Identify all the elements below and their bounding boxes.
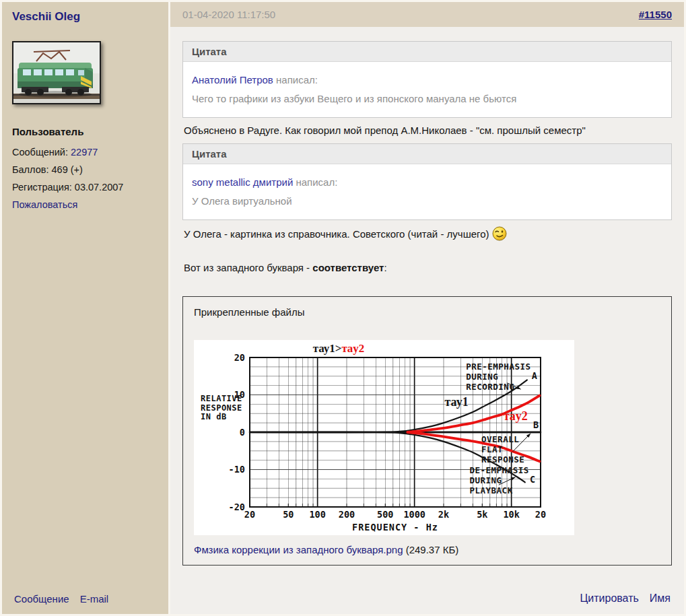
attachment-image[interactable]: PRE-EMPHASISDURINGRECORDINGAтау1тay2BOVE… xyxy=(194,340,574,535)
train-avatar-icon xyxy=(13,42,100,103)
svg-text:тay2: тay2 xyxy=(504,409,528,423)
svg-text:2k: 2k xyxy=(438,509,449,520)
post-header: 01-04-2020 11:17:50 #11550 xyxy=(170,2,684,27)
reply-paragraph-1: Объяснено в Радуге. Как говорил мой преп… xyxy=(184,124,671,137)
quote-header: Цитата xyxy=(183,42,671,62)
svg-text:-10: -10 xyxy=(229,464,245,475)
user-registration: Регистрация: 03.07.2007 xyxy=(12,178,158,196)
attachment-file-row: Фмзика коррекции из западного букваря.pn… xyxy=(194,544,660,555)
post-main: 01-04-2020 11:17:50 #11550 Цитата Анатол… xyxy=(170,2,684,614)
quote-text: Чего то графики из азбуки Вещего и из яп… xyxy=(192,90,662,108)
name-link[interactable]: Имя xyxy=(650,592,671,604)
messages-count-link[interactable]: 22977 xyxy=(71,147,98,158)
post-content: Цитата Анатолий Петров написал: Чего то … xyxy=(170,27,684,566)
svg-text:200: 200 xyxy=(339,509,355,520)
svg-text:тау1: тау1 xyxy=(445,395,469,409)
svg-text:A: A xyxy=(532,370,538,381)
svg-text:10k: 10k xyxy=(503,509,519,520)
svg-text:500: 500 xyxy=(377,509,393,520)
quote-block-1: Цитата Анатолий Петров написал: Чего то … xyxy=(182,41,672,118)
quote-header: Цитата xyxy=(183,144,671,164)
svg-text:20: 20 xyxy=(234,352,245,363)
quote-block-2: Цитата sony metallic дмитрий написал: У … xyxy=(182,143,672,220)
sidebar-footer: СообщениеE-mail xyxy=(14,593,119,605)
forum-post: Veschii Oleg xyxy=(0,0,686,616)
quote-author-link[interactable]: Анатолий Петров xyxy=(192,74,273,85)
quote-button-link[interactable]: Цитировать xyxy=(580,592,638,604)
post-date: 01-04-2020 11:17:50 xyxy=(182,9,275,20)
post-footer: ЦитироватьИмя xyxy=(569,592,671,605)
quote-body: Анатолий Петров написал: Чего то графики… xyxy=(183,62,671,117)
email-link[interactable]: E-mail xyxy=(80,593,109,605)
svg-text:B: B xyxy=(533,419,539,430)
svg-text:5k: 5k xyxy=(477,509,487,520)
post-number-link[interactable]: #11550 xyxy=(639,9,672,20)
frequency-response-chart: PRE-EMPHASISDURINGRECORDINGAтау1тay2BOVE… xyxy=(194,340,574,535)
attachment-file-link[interactable]: Фмзика коррекции из западного букваря.pn… xyxy=(194,544,403,555)
reply-paragraph-3: Вот из западного букваря - соответствует… xyxy=(184,261,671,275)
svg-text:100: 100 xyxy=(309,509,325,520)
attachments-title: Прикрепленные файлы xyxy=(194,306,660,318)
quote-text: У Олега виртуальной xyxy=(192,192,662,211)
svg-text:0: 0 xyxy=(240,427,245,438)
svg-text:50: 50 xyxy=(283,509,294,520)
svg-text:20: 20 xyxy=(244,509,255,520)
svg-text:-20: -20 xyxy=(229,502,245,512)
user-group-label: Пользователь xyxy=(12,126,158,137)
svg-text:20: 20 xyxy=(535,509,546,520)
sidebar: Veschii Oleg xyxy=(2,2,168,614)
complain-link[interactable]: Пожаловаться xyxy=(12,199,77,210)
reply-paragraph-2: У Олега - картинка из справочника. Совет… xyxy=(184,226,671,241)
message-link[interactable]: Сообщение xyxy=(14,593,69,605)
avatar[interactable] xyxy=(12,41,101,104)
user-points: Баллов: 469 (+) xyxy=(12,161,158,178)
user-messages: Сообщений: 22977 xyxy=(12,143,158,161)
quote-wrote-label: написал: xyxy=(273,74,318,85)
quote-author-link[interactable]: sony metallic дмитрий xyxy=(192,176,293,188)
attachments-box: Прикрепленные файлы PRE-EMPHASISDURINGRE… xyxy=(182,296,672,566)
svg-text:1000: 1000 xyxy=(403,509,425,520)
svg-text:C: C xyxy=(530,474,536,485)
quote-wrote-label: написал: xyxy=(293,176,337,188)
wink-smiley-icon xyxy=(492,226,507,241)
username-link[interactable]: Veschii Oleg xyxy=(12,10,80,24)
svg-text:тау1>тay2: тау1>тay2 xyxy=(313,342,365,355)
quote-body: sony metallic дмитрий написал: У Олега в… xyxy=(183,164,671,219)
svg-text:FREQUENCY - Hz: FREQUENCY - Hz xyxy=(352,522,438,533)
attachment-file-size: (249.37 КБ) xyxy=(403,544,458,555)
